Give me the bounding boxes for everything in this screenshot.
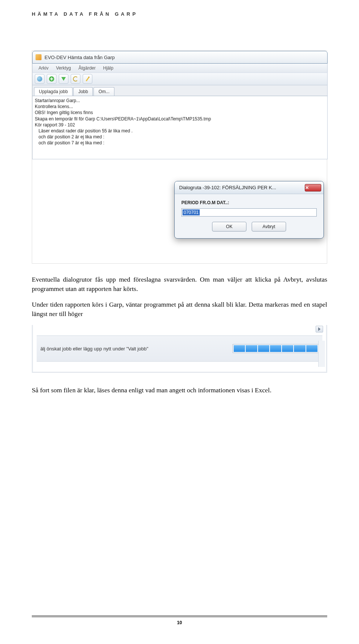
screenshot-statusbar: älj önskat jobb eller lägg upp nytt unde… xyxy=(32,325,327,373)
log-line: Startar/anropar Garp... xyxy=(35,98,325,104)
page-number: 10 xyxy=(32,620,327,625)
edit-icon xyxy=(86,76,89,81)
globe-icon xyxy=(37,76,42,82)
dialog-period: Dialogruta -39-102: FÖRSÄLJNING PER K...… xyxy=(174,181,324,239)
dialog-buttons: OK Avbryt xyxy=(181,222,317,231)
paragraph: Under tiden rapporten körs i Garp, vänta… xyxy=(32,300,327,318)
statusbar-frame: älj önskat jobb eller lägg upp nytt unde… xyxy=(32,325,327,373)
tab-upplagda-jobb[interactable]: Upplagda jobb xyxy=(34,87,73,96)
main-window: EVO-DEV Hämta data från Garp Arkiv Verkt… xyxy=(32,51,328,159)
scroll-right-button[interactable] xyxy=(316,326,323,332)
refresh-icon xyxy=(73,76,78,82)
plus-icon xyxy=(49,76,54,82)
toolbar-btn-edit[interactable] xyxy=(83,74,92,84)
footer-rule xyxy=(32,616,327,617)
dialog-titlebar: Dialogruta -39-102: FÖRSÄLJNING PER K...… xyxy=(175,181,323,194)
window-title: EVO-DEV Hämta data från Garp xyxy=(45,55,115,60)
progress-segment xyxy=(282,345,293,352)
app-icon xyxy=(36,54,42,60)
log-line: Kör rapport 39 - 102 xyxy=(35,122,325,128)
progress-segment xyxy=(306,345,317,352)
menubar: Arkiv Verktyg Åtgärder Hjälp xyxy=(32,64,328,73)
toolbar-btn-refresh[interactable] xyxy=(71,74,80,84)
progress-segment xyxy=(246,345,257,352)
dialog-label: PERIOD FR.O.M DAT..: xyxy=(181,199,317,208)
menu-arkiv[interactable]: Arkiv xyxy=(35,65,52,71)
period-input[interactable]: 070701 xyxy=(181,208,317,217)
tabstrip: Upplagda jobb Jobb Om... xyxy=(32,85,328,96)
paragraph: Eventuella dialogrutor fås upp med föres… xyxy=(32,275,327,293)
screenshot-main-window: EVO-DEV Hämta data från Garp Arkiv Verkt… xyxy=(32,50,327,264)
log-line: och där position 7 är ej lika med : xyxy=(35,140,325,146)
run-icon xyxy=(61,77,66,81)
close-button[interactable]: ✕ xyxy=(305,184,321,191)
close-icon: ✕ xyxy=(305,185,321,190)
status-text: älj önskat jobb eller lägg upp nytt unde… xyxy=(40,346,233,352)
menu-hjalp[interactable]: Hjälp xyxy=(99,65,117,71)
toolbar xyxy=(32,73,328,85)
progress-bar xyxy=(233,344,319,353)
tab-om[interactable]: Om... xyxy=(93,87,114,96)
period-value: 070701 xyxy=(182,209,200,215)
log-output: Startar/anropar Garp... Kontrollera lice… xyxy=(32,96,328,159)
log-line: Skapa en temporär fil för Garp C:\Users\… xyxy=(35,116,325,122)
paragraph: Så fort som filen är klar, läses denna e… xyxy=(32,386,327,395)
log-line: OBS! Ingen giltlig licens finns xyxy=(35,110,325,116)
page-header: HÄMTA DATA FRÅN GARP xyxy=(32,11,327,17)
progress-segment xyxy=(234,345,245,352)
menu-verktyg[interactable]: Verktyg xyxy=(52,65,75,71)
cancel-button[interactable]: Avbryt xyxy=(252,222,286,231)
progress-segment xyxy=(294,345,305,352)
tab-jobb[interactable]: Jobb xyxy=(73,87,93,96)
statusbar-inner: älj önskat jobb eller lägg upp nytt unde… xyxy=(37,335,322,362)
log-line: Läser endast rader där position 55 är li… xyxy=(35,128,325,134)
ok-button[interactable]: OK xyxy=(212,222,246,231)
menu-atgarder[interactable]: Åtgärder xyxy=(75,65,99,71)
titlebar: EVO-DEV Hämta data från Garp xyxy=(32,51,328,64)
progress-segment xyxy=(270,345,281,352)
toolbar-btn-run[interactable] xyxy=(59,74,68,84)
progress-segment xyxy=(258,345,269,352)
log-line: Kontrollera licens... xyxy=(35,104,325,110)
dialog-body: PERIOD FR.O.M DAT..: 070701 OK Avbryt xyxy=(175,194,323,238)
page-footer: 10 xyxy=(32,616,327,625)
toolbar-btn-add[interactable] xyxy=(47,74,56,84)
dialog-title: Dialogruta -39-102: FÖRSÄLJNING PER K... xyxy=(179,185,305,190)
toolbar-btn-globe[interactable] xyxy=(35,74,45,84)
statusbar-right-gutter xyxy=(318,341,325,367)
log-line: och där position 2 är ej lika med : xyxy=(35,134,325,140)
